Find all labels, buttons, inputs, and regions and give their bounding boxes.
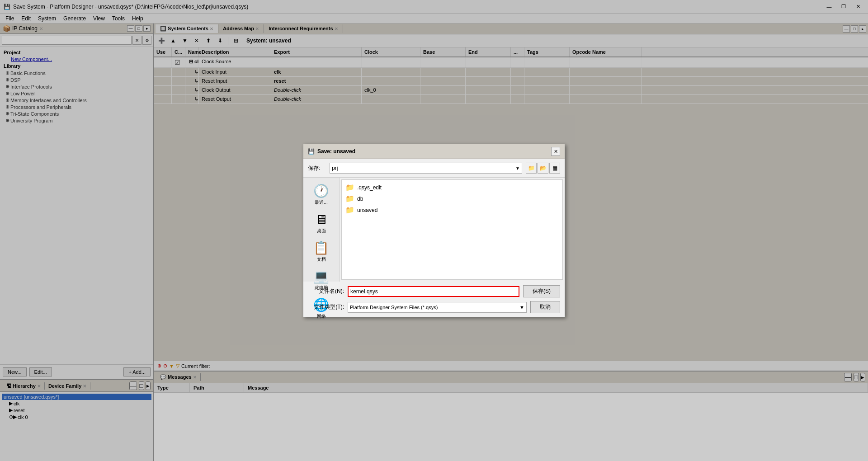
dialog-view-btn[interactable]: ▦ (549, 163, 560, 174)
dialog-documents-shortcut[interactable]: 📋 文档 (306, 238, 337, 265)
folder-icon-unsaved: 📁 (345, 206, 354, 214)
dialog-sidebar: 🕐 最近... 🖥 桌面 📋 文档 💻 此电脑 🌐 网络 (303, 178, 340, 282)
file-item-qsys-edit[interactable]: 📁 .qsys_edit (344, 182, 561, 193)
recent-label: 最近... (315, 199, 327, 206)
dialog-overlay: 💾 Save: unsaved ✕ 保存: prj ▼ 📁 📂 ▦ 🕐 (0, 0, 868, 461)
dialog-filetype-combo[interactable]: Platform Designer System Files (*.qsys) … (348, 302, 527, 313)
filetype-combo-arrow-icon: ▼ (519, 305, 524, 310)
dialog-filename-row: 文件名(N): 保存(S) (303, 282, 565, 299)
dialog-filetype-row: 文件类型(T): Platform Designer System Files … (303, 299, 565, 317)
file-item-unsaved[interactable]: 📁 unsaved (344, 204, 561, 216)
dialog-title: 💾 Save: unsaved (308, 148, 355, 155)
network-label: 网络 (317, 313, 326, 320)
save-dialog: 💾 Save: unsaved ✕ 保存: prj ▼ 📁 📂 ▦ 🕐 (303, 144, 565, 317)
file-name-qsys-edit: .qsys_edit (357, 184, 382, 191)
dialog-location-combo[interactable]: prj ▼ (330, 163, 522, 174)
dialog-file-area: 📁 .qsys_edit 📁 db 📁 unsaved (341, 179, 563, 280)
dialog-title-bar: 💾 Save: unsaved ✕ (303, 144, 565, 159)
file-item-db[interactable]: 📁 db (344, 193, 561, 204)
dialog-new-folder-btn[interactable]: 📁 (526, 163, 537, 174)
location-combo-arrow-icon: ▼ (515, 166, 520, 171)
dialog-up-folder-btn[interactable]: 📂 (538, 163, 548, 174)
documents-label: 文档 (317, 256, 326, 263)
dialog-body: 🕐 最近... 🖥 桌面 📋 文档 💻 此电脑 🌐 网络 (303, 178, 565, 282)
dialog-location-label: 保存: (308, 165, 326, 172)
file-name-db: db (357, 196, 363, 202)
dialog-close-button[interactable]: ✕ (551, 147, 560, 156)
folder-icon-qsys-edit: 📁 (345, 183, 354, 192)
desktop-label: 桌面 (317, 228, 326, 234)
folder-icon-db: 📁 (345, 194, 354, 203)
file-name-unsaved: unsaved (357, 207, 377, 213)
dialog-title-text: Save: unsaved (317, 148, 355, 155)
dialog-recent-shortcut[interactable]: 🕐 最近... (306, 181, 337, 208)
computer-icon: 💻 (313, 269, 329, 284)
dialog-filetype-label: 文件类型(T): (308, 303, 344, 311)
dialog-filename-label: 文件名(N): (308, 287, 344, 295)
dialog-filetype-value: Platform Designer System Files (*.qsys) (350, 305, 438, 310)
dialog-location-value: prj (332, 165, 338, 171)
dialog-save-button[interactable]: 保存(S) (523, 285, 560, 297)
dialog-location-row: 保存: prj ▼ 📁 📂 ▦ (303, 159, 565, 178)
desktop-icon: 🖥 (315, 212, 328, 227)
dialog-title-icon: 💾 (308, 148, 315, 155)
dialog-filename-input[interactable] (348, 286, 519, 297)
documents-icon: 📋 (313, 240, 329, 255)
dialog-toolbar-icons: 📁 📂 ▦ (526, 163, 560, 174)
dialog-cancel-button[interactable]: 取消 (530, 301, 560, 313)
recent-icon: 🕐 (313, 183, 329, 198)
dialog-desktop-shortcut[interactable]: 🖥 桌面 (306, 210, 337, 236)
